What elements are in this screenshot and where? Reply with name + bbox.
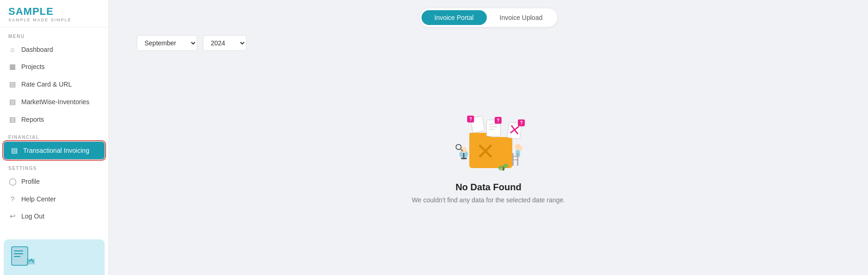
svg-rect-37 (503, 167, 504, 170)
sidebar-item-label: Transactional Invoicing (23, 147, 89, 154)
sidebar-logo: SAMPLE SAMPLE MADE SIMPLE (0, 0, 108, 27)
sidebar-item-projects[interactable]: ▦ Projects (0, 58, 108, 75)
file-text-icon: ▤ (8, 80, 17, 88)
svg-point-26 (456, 144, 461, 149)
svg-text:?: ? (497, 118, 499, 123)
settings-section-label: SETTINGS (0, 159, 108, 173)
sidebar-item-profile[interactable]: ◯ Profile (0, 173, 108, 190)
svg-rect-3 (14, 256, 20, 257)
sidebar-item-log-out[interactable]: ↩ Log Out (0, 207, 108, 225)
sidebar-item-label: Rate Card & URL (21, 81, 72, 88)
tab-invoice-upload[interactable]: Invoice Upload (487, 10, 556, 25)
sidebar-item-help-center[interactable]: ? Help Center (0, 190, 108, 207)
no-data-subtitle: We couldn't find any data for the select… (412, 196, 565, 204)
svg-point-28 (515, 144, 521, 150)
sidebar-item-label: MarketWise-Inventories (21, 98, 89, 106)
sidebar-item-dashboard[interactable]: ⌂ Dashboard (0, 41, 108, 58)
filter-row: January February March April May June Ju… (109, 27, 868, 51)
sidebar-item-transactional-invoicing[interactable]: ▤ Transactional Invoicing (4, 142, 105, 159)
home-icon: ⌂ (8, 45, 17, 53)
tab-invoice-portal[interactable]: Invoice Portal (421, 10, 487, 25)
grid-icon: ▦ (8, 62, 17, 71)
sidebar-item-marketwise[interactable]: ▤ MarketWise-Inventories (0, 93, 108, 111)
invoice-icon: ▤ (10, 146, 19, 155)
help-icon: ? (8, 195, 17, 203)
sidebar-item-label: Dashboard (21, 46, 53, 53)
sidebar-item-label: Profile (21, 178, 40, 185)
svg-rect-1 (14, 250, 23, 251)
logo-main: SAMPLE (8, 6, 54, 17)
file-text-icon3: ▤ (8, 115, 17, 124)
no-data-area: ? ? ? (109, 51, 868, 275)
sidebar-item-reports[interactable]: ▤ Reports (0, 111, 108, 128)
menu-section-label: MENU (0, 27, 108, 41)
financial-section-label: FINANCIAL (0, 128, 108, 142)
logout-icon: ↩ (8, 212, 17, 220)
no-data-title: No Data Found (455, 182, 521, 193)
file-text-icon2: ▤ (8, 98, 17, 106)
svg-text:?: ? (520, 120, 522, 125)
sidebar-item-label: Help Center (21, 195, 56, 203)
sidebar-item-label: Log Out (21, 212, 44, 220)
tab-bar: Invoice Portal Invoice Upload (109, 0, 868, 27)
tab-container: Invoice Portal Invoice Upload (420, 8, 557, 27)
month-select[interactable]: January February March April May June Ju… (137, 35, 197, 51)
sidebar: SAMPLE SAMPLE MADE SIMPLE MENU ⌂ Dashboa… (0, 0, 109, 275)
no-data-illustration: ? ? ? (445, 113, 533, 174)
sidebar-item-label: Reports (21, 116, 44, 123)
promo-icon (9, 246, 99, 270)
logo-sub: SAMPLE MADE SIMPLE (8, 18, 72, 22)
svg-rect-4 (469, 137, 512, 168)
main-content: Invoice Portal Invoice Upload January Fe… (109, 0, 868, 275)
sidebar-item-rate-card[interactable]: ▤ Rate Card & URL (0, 75, 108, 93)
svg-text:?: ? (469, 116, 472, 121)
year-select[interactable]: 2022 2023 2024 2025 (203, 35, 246, 51)
user-icon: ◯ (8, 177, 17, 186)
sidebar-promo (4, 239, 105, 275)
sidebar-item-label: Projects (21, 63, 45, 70)
svg-rect-2 (14, 253, 23, 254)
